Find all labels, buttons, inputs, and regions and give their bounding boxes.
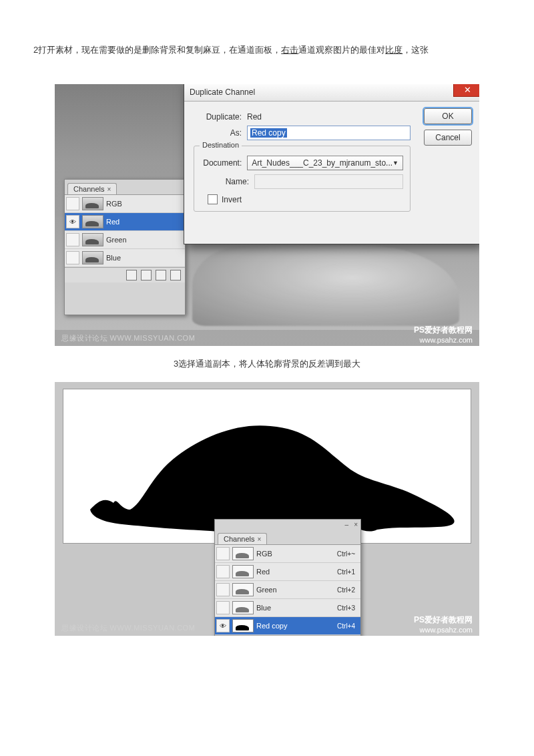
watermark-left: 思缘设计论坛 WWW.MISSYUAN.COM (61, 623, 195, 633)
channel-label: RGB (256, 550, 334, 558)
cancel-button[interactable]: Cancel (424, 130, 472, 146)
channel-label: Green (106, 236, 184, 244)
name-input (254, 174, 403, 189)
dialog-title: Duplicate Channel (190, 87, 255, 97)
visibility-icon[interactable]: 👁 (216, 583, 230, 596)
new-channel-icon[interactable] (156, 270, 166, 280)
channel-thumb (82, 233, 103, 246)
channel-row-green[interactable]: 👁GreenCtrl+2 (215, 581, 360, 599)
channel-thumb (82, 251, 103, 264)
channel-row-rgb[interactable]: 👁RGBCtrl+~ (215, 545, 360, 563)
visibility-icon[interactable]: 👁 (66, 233, 79, 246)
visibility-icon[interactable]: 👁 (66, 251, 79, 264)
channel-thumb (232, 547, 254, 560)
channels-panel-2[interactable]: – × Channels × 👁RGBCtrl+~👁RedCtrl+1👁Gree… (214, 519, 361, 636)
channels-tab-label: Channels (224, 535, 254, 543)
channel-label: Blue (106, 254, 184, 262)
channel-label: Blue (256, 604, 334, 612)
destination-fieldset: Destination Document: Art_Nudes___C_23_b… (194, 146, 411, 212)
panel-tab-row: Channels × (215, 530, 360, 545)
figure-1-screenshot: Channels × 👁RGB👁Red👁Green👁Blue Duplicate… (55, 84, 479, 346)
as-input-value: Red copy (250, 128, 287, 138)
channel-shortcut: Ctrl+2 (337, 586, 359, 594)
delete-channel-icon[interactable] (170, 270, 181, 280)
visibility-icon[interactable]: 👁 (216, 565, 230, 578)
minimize-icon[interactable]: – (345, 521, 349, 528)
name-label: Name: (201, 177, 249, 186)
channel-thumb (232, 601, 254, 614)
channel-shortcut: Ctrl+3 (337, 604, 359, 612)
step-2-description: 2打开素材，现在需要做的是删除背景和复制麻豆，在通道面板，右击通道观察图片的最佳… (33, 42, 501, 57)
channel-thumb (232, 583, 254, 596)
channel-shortcut: Ctrl+~ (337, 550, 359, 558)
destination-legend: Destination (200, 141, 242, 149)
channels-tab[interactable]: Channels × (218, 533, 267, 544)
channels-tab-label: Channels (73, 185, 104, 193)
step-3-caption: 3选择通道副本，将人体轮廓背景的反差调到最大 (33, 358, 501, 370)
channel-label: Green (256, 586, 334, 594)
duplicate-channel-dialog: Duplicate Channel ✕ Duplicate: Red As: R… (184, 84, 479, 244)
ok-button[interactable]: OK (424, 108, 472, 124)
document-dropdown[interactable]: Art_Nudes___C_23_by_mjranum_sto... ▼ (247, 156, 403, 170)
channel-label: RGB (106, 200, 184, 208)
chevron-down-icon: ▼ (392, 160, 398, 166)
as-label: As: (194, 128, 242, 138)
visibility-icon[interactable]: 👁 (66, 215, 79, 228)
close-icon[interactable]: × (354, 521, 358, 528)
as-input[interactable]: Red copy (247, 126, 411, 140)
channel-label: Red (256, 568, 334, 576)
document-value: Art_Nudes___C_23_by_mjranum_sto... (252, 158, 392, 168)
watermark-left: 思缘设计论坛 WWW.MISSYUAN.COM (61, 333, 195, 343)
channel-shortcut: Ctrl+4 (337, 622, 359, 630)
watermark-right: PS爱好者教程网 www.psahz.com (414, 615, 473, 635)
dialog-title-bar[interactable]: Duplicate Channel ✕ (184, 84, 479, 102)
watermark-right: PS爱好者教程网 www.psahz.com (414, 325, 473, 345)
channel-thumb (232, 565, 254, 578)
channel-row-red[interactable]: 👁Red (65, 213, 185, 231)
close-icon[interactable]: × (107, 186, 111, 193)
channel-row-blue[interactable]: 👁BlueCtrl+3 (215, 599, 360, 617)
invert-checkbox[interactable] (208, 194, 218, 204)
channel-label: Red (106, 218, 184, 226)
panel-menu: – × (215, 520, 360, 530)
channels-tab[interactable]: Channels × (67, 183, 117, 194)
close-button[interactable]: ✕ (453, 84, 479, 97)
channel-row-red-copy[interactable]: 👁Red copyCtrl+4 (215, 617, 360, 635)
close-icon[interactable]: × (257, 536, 261, 543)
panel-footer (65, 267, 185, 282)
channel-label: Red copy (256, 622, 334, 630)
load-selection-icon[interactable] (126, 270, 137, 280)
document-label: Document: (201, 158, 242, 168)
channel-thumb (82, 215, 103, 228)
visibility-icon[interactable]: 👁 (216, 619, 230, 632)
channel-row-red[interactable]: 👁RedCtrl+1 (215, 563, 360, 581)
figure-2-screenshot: – × Channels × 👁RGBCtrl+~👁RedCtrl+1👁Gree… (55, 382, 479, 636)
channel-row-blue[interactable]: 👁Blue (65, 249, 185, 267)
channel-row-green[interactable]: 👁Green (65, 231, 185, 249)
invert-label: Invert (222, 195, 242, 204)
duplicate-source: Red (247, 112, 262, 122)
save-selection-icon[interactable] (141, 270, 152, 280)
channel-thumb (232, 619, 254, 632)
panel-footer (215, 635, 360, 636)
channels-panel[interactable]: Channels × 👁RGB👁Red👁Green👁Blue (64, 179, 186, 315)
duplicate-label: Duplicate: (194, 112, 242, 122)
visibility-icon[interactable]: 👁 (216, 547, 230, 560)
channel-thumb (82, 197, 103, 210)
channel-shortcut: Ctrl+1 (337, 568, 359, 576)
panel-tab-row: Channels × (65, 180, 185, 195)
visibility-icon[interactable]: 👁 (216, 601, 230, 614)
channel-row-rgb[interactable]: 👁RGB (65, 195, 185, 213)
model-shape (192, 246, 459, 326)
visibility-icon[interactable]: 👁 (66, 197, 79, 210)
